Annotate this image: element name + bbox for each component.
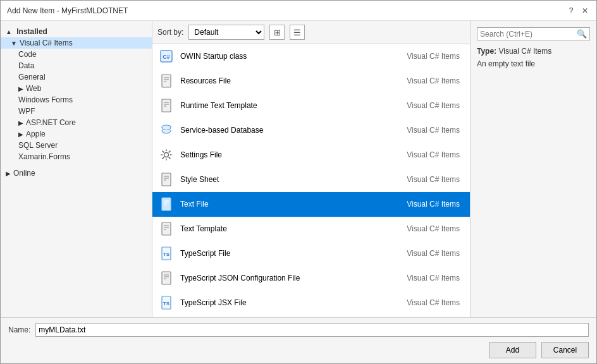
item-category-database: Visual C# Items — [407, 126, 465, 135]
sidebar-item-online[interactable]: ▶ Online — [1, 166, 152, 180]
sidebar-item-code[interactable]: Code — [1, 49, 152, 60]
search-icon: 🔍 — [577, 29, 587, 39]
item-name-runtime-text: Runtime Text Template — [180, 101, 407, 110]
resources-icon — [157, 72, 175, 90]
type-description: An empty text file — [477, 59, 590, 68]
sidebar-label-aspnet: ASP.NET Core — [26, 118, 76, 127]
item-category-settings: Visual C# Items — [407, 150, 465, 159]
web-arrow: ▶ — [18, 85, 23, 92]
svg-rect-20 — [162, 222, 171, 235]
sidebar-item-windows-forms[interactable]: Windows Forms — [1, 94, 152, 106]
typescript-icon: TS — [157, 245, 175, 262]
svg-text:TS: TS — [163, 301, 170, 306]
title-bar: Add New Item - MyFirstMLDOTNET ? ✕ — [1, 1, 596, 21]
sidebar-item-general[interactable]: General — [1, 71, 152, 83]
installed-label: Installed — [16, 27, 47, 36]
item-category-owin: Visual C# Items — [407, 52, 465, 61]
item-name-text-template: Text Template — [180, 224, 407, 233]
svg-rect-26 — [162, 272, 171, 284]
item-row-stylesheet[interactable]: Style Sheet Visual C# Items — [152, 167, 470, 192]
title-bar-controls: ? ✕ — [566, 6, 590, 16]
sidebar-item-web[interactable]: ▶ Web — [1, 83, 152, 94]
item-row-text-template[interactable]: Text Template Visual C# Items — [152, 217, 470, 241]
item-row-textfile[interactable]: Text File Visual C# Items — [152, 192, 470, 217]
installed-header[interactable]: ▲ Installed — [1, 26, 152, 37]
sidebar-label-visual-csharp: Visual C# Items — [20, 39, 73, 47]
item-row-runtime-text[interactable]: Runtime Text Template Visual C# Items — [152, 94, 470, 118]
item-row-resources[interactable]: Resources File Visual C# Items — [152, 69, 470, 94]
owin-icon: C# — [157, 47, 175, 65]
add-new-item-dialog: Add New Item - MyFirstMLDOTNET ? ✕ ▲ Ins… — [0, 0, 597, 364]
svg-text:TS: TS — [163, 252, 170, 257]
sidebar-item-data[interactable]: Data — [1, 60, 152, 71]
sidebar-item-apple[interactable]: ▶ Apple — [1, 128, 152, 140]
cancel-button[interactable]: Cancel — [541, 342, 589, 358]
ts-json-icon — [157, 269, 175, 287]
close-button[interactable]: ✕ — [580, 6, 590, 16]
name-label: Name: — [8, 325, 30, 334]
type-value: Visual C# Items — [498, 47, 551, 56]
add-button[interactable]: Add — [489, 342, 536, 358]
sidebar-label-wpf: WPF — [18, 107, 35, 116]
help-button[interactable]: ? — [566, 6, 576, 16]
bottom-bar: Name: Add Cancel — [1, 317, 596, 363]
view-list-icon: ☰ — [293, 28, 301, 37]
sidebar-item-wpf[interactable]: WPF — [1, 106, 152, 117]
item-category-ts-json: Visual C# Items — [407, 274, 465, 282]
apple-arrow: ▶ — [18, 131, 23, 138]
item-category-text-template: Visual C# Items — [407, 224, 465, 233]
type-label: Type: — [477, 47, 496, 56]
sidebar-item-aspnet-core[interactable]: ▶ ASP.NET Core — [1, 117, 152, 128]
item-category-runtime-text: Visual C# Items — [407, 101, 465, 110]
items-list: C# OWIN Startup class Visual C# Items — [152, 44, 470, 317]
sort-select[interactable]: Default Name Type — [188, 25, 264, 40]
online-arrow: ▶ — [6, 170, 11, 177]
item-category-typescript: Visual C# Items — [407, 249, 465, 258]
item-row-database[interactable]: Service-based Database Visual C# Items — [152, 118, 470, 143]
sidebar-label-xamarin-forms: Xamarin.Forms — [18, 152, 70, 161]
svg-rect-6 — [162, 99, 171, 112]
name-row: Name: — [8, 323, 589, 337]
sidebar-label-windows-forms: Windows Forms — [18, 95, 73, 104]
name-input[interactable] — [35, 323, 589, 337]
ts-jsx-icon: TS — [157, 294, 175, 312]
svg-rect-16 — [162, 198, 171, 210]
item-row-ts-jsx[interactable]: TS TypeScript JSX File Visual C# Items — [152, 291, 470, 315]
textfile-icon — [157, 195, 175, 213]
view-grid-icon: ⊞ — [274, 28, 281, 37]
sidebar-item-sql-server[interactable]: SQL Server — [1, 140, 152, 151]
sidebar-item-xamarin-forms[interactable]: Xamarin.Forms — [1, 151, 152, 162]
svg-rect-12 — [162, 173, 171, 186]
aspnet-arrow: ▶ — [18, 119, 23, 126]
sidebar-label-apple: Apple — [26, 130, 46, 138]
item-name-stylesheet: Style Sheet — [180, 175, 407, 184]
item-name-owin: OWIN Startup class — [180, 52, 407, 61]
sort-label: Sort by: — [157, 28, 183, 37]
sidebar-label-code: Code — [18, 50, 37, 59]
item-category-textfile: Visual C# Items — [407, 200, 465, 209]
item-name-database: Service-based Database — [180, 126, 407, 135]
item-name-typescript: TypeScript File — [180, 249, 407, 258]
item-row-typescript[interactable]: TS TypeScript File Visual C# Items — [152, 241, 470, 266]
sidebar-label-sql-server: SQL Server — [18, 141, 58, 150]
sidebar-label-web: Web — [26, 84, 41, 93]
view-grid-button[interactable]: ⊞ — [269, 25, 285, 40]
item-name-resources: Resources File — [180, 76, 407, 85]
search-input[interactable] — [480, 30, 577, 39]
item-row-owin[interactable]: C# OWIN Startup class Visual C# Items — [152, 44, 470, 69]
sidebar-item-visual-csharp[interactable]: ▼ Visual C# Items — [1, 37, 152, 49]
item-name-ts-json: TypeScript JSON Configuration File — [180, 274, 407, 282]
text-template-icon — [157, 220, 175, 238]
sidebar-label-online: Online — [13, 169, 35, 178]
sidebar-label-general: General — [18, 73, 46, 82]
dialog-title: Add New Item - MyFirstMLDOTNET — [7, 6, 128, 15]
sidebar: ▲ Installed ▼ Visual C# Items Code Data … — [1, 21, 152, 317]
item-row-ts-json[interactable]: TypeScript JSON Configuration File Visua… — [152, 266, 470, 291]
search-box[interactable]: 🔍 — [477, 27, 590, 40]
view-list-button[interactable]: ☰ — [290, 25, 305, 40]
item-category-ts-jsx: Visual C# Items — [407, 298, 465, 307]
item-row-settings[interactable]: Settings File Visual C# Items — [152, 143, 470, 167]
svg-point-11 — [164, 153, 169, 157]
settings-icon — [157, 146, 175, 164]
item-name-settings: Settings File — [180, 150, 407, 159]
